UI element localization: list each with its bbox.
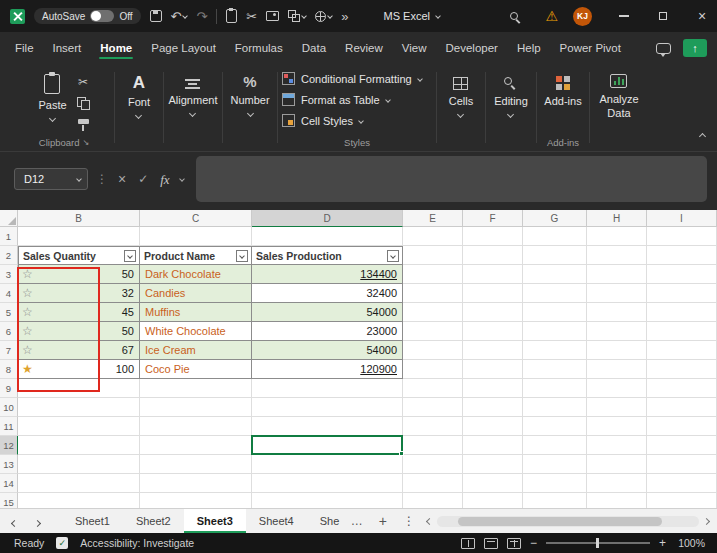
cell[interactable] bbox=[463, 455, 523, 474]
close-button[interactable]: × bbox=[687, 0, 717, 32]
cell[interactable] bbox=[523, 455, 587, 474]
column-header-F[interactable]: F bbox=[463, 210, 523, 227]
insert-function-button[interactable]: fx bbox=[158, 173, 171, 186]
cell[interactable] bbox=[647, 265, 717, 284]
cell[interactable] bbox=[403, 493, 463, 508]
row-header[interactable]: 3 bbox=[0, 265, 18, 284]
cell[interactable] bbox=[140, 398, 252, 417]
filter-button[interactable] bbox=[236, 250, 248, 262]
comments-button[interactable] bbox=[656, 43, 671, 54]
cell-product[interactable]: Muffins bbox=[140, 303, 252, 322]
cell[interactable] bbox=[403, 322, 463, 341]
tab-help[interactable]: Help bbox=[516, 34, 542, 62]
column-header-I[interactable]: I bbox=[647, 210, 717, 227]
scroll-tabs-left-button[interactable] bbox=[12, 512, 17, 530]
cell[interactable] bbox=[252, 398, 403, 417]
restore-button[interactable] bbox=[648, 0, 678, 32]
cell[interactable] bbox=[403, 265, 463, 284]
cell-product[interactable]: White Chocolate bbox=[140, 322, 252, 341]
cell[interactable] bbox=[587, 341, 647, 360]
cell-production[interactable]: 120900 bbox=[252, 360, 403, 379]
normal-view-button[interactable] bbox=[461, 538, 475, 549]
cell[interactable] bbox=[523, 265, 587, 284]
cell[interactable] bbox=[403, 455, 463, 474]
sheet-tab-sheet3-active[interactable]: Sheet3 bbox=[184, 509, 246, 533]
cell[interactable] bbox=[252, 227, 403, 246]
cell[interactable] bbox=[403, 227, 463, 246]
cell[interactable] bbox=[647, 398, 717, 417]
cell[interactable] bbox=[140, 455, 252, 474]
addins-button[interactable]: Add-ins bbox=[544, 64, 581, 107]
filter-button[interactable] bbox=[124, 250, 136, 262]
filter-button[interactable] bbox=[387, 250, 399, 262]
cell[interactable] bbox=[587, 246, 647, 265]
minimize-button[interactable] bbox=[609, 0, 639, 32]
editing-menu-button[interactable]: Editing bbox=[494, 64, 528, 117]
windows-qat-button[interactable] bbox=[288, 10, 306, 22]
cell[interactable] bbox=[587, 417, 647, 436]
cell[interactable] bbox=[463, 474, 523, 493]
row-header[interactable]: 9 bbox=[0, 379, 18, 398]
cell[interactable] bbox=[18, 474, 140, 493]
cut-button[interactable]: ✂ bbox=[78, 76, 88, 88]
cell-product[interactable]: Ice Cream bbox=[140, 341, 252, 360]
more-sheets-button[interactable]: … bbox=[343, 509, 371, 533]
cell[interactable] bbox=[587, 284, 647, 303]
table-header-sales-quantity[interactable]: Sales Quantity bbox=[18, 246, 140, 265]
row-header[interactable]: 13 bbox=[0, 455, 18, 474]
tab-formulas[interactable]: Formulas bbox=[234, 34, 284, 62]
cell[interactable] bbox=[523, 227, 587, 246]
toggle-switch-icon[interactable] bbox=[90, 10, 114, 22]
cell[interactable] bbox=[523, 493, 587, 508]
tab-view[interactable]: View bbox=[401, 34, 428, 62]
row-header[interactable]: 14 bbox=[0, 474, 18, 493]
cell[interactable] bbox=[647, 493, 717, 508]
cell[interactable] bbox=[587, 322, 647, 341]
cell[interactable] bbox=[587, 493, 647, 508]
cell[interactable] bbox=[587, 455, 647, 474]
sheet-tab-sheet2[interactable]: Sheet2 bbox=[123, 509, 184, 533]
cell[interactable] bbox=[587, 265, 647, 284]
cancel-button[interactable]: × bbox=[116, 172, 128, 186]
zoom-slider[interactable] bbox=[546, 542, 650, 544]
zoom-out-button[interactable]: − bbox=[530, 536, 537, 550]
format-painter-button[interactable] bbox=[78, 119, 89, 131]
cell[interactable] bbox=[252, 417, 403, 436]
cell[interactable] bbox=[523, 436, 587, 455]
cell[interactable] bbox=[523, 246, 587, 265]
tab-page-layout[interactable]: Page Layout bbox=[150, 34, 217, 62]
cell[interactable] bbox=[18, 436, 140, 455]
scrollbar-thumb[interactable] bbox=[458, 517, 662, 526]
page-break-view-button[interactable] bbox=[507, 538, 521, 549]
cell[interactable] bbox=[647, 246, 717, 265]
scroll-tabs-right-button[interactable] bbox=[35, 512, 40, 530]
format-as-table-button[interactable]: Format as Table bbox=[282, 93, 390, 106]
tab-home[interactable]: Home bbox=[99, 34, 133, 62]
cell[interactable] bbox=[463, 493, 523, 508]
column-header-D[interactable]: D bbox=[252, 210, 403, 227]
dialog-launcher-icon[interactable]: ↘ bbox=[82, 138, 89, 147]
page-layout-view-button[interactable] bbox=[484, 538, 498, 549]
enter-button[interactable]: ✓ bbox=[136, 173, 150, 185]
cell[interactable] bbox=[403, 246, 463, 265]
cell[interactable] bbox=[18, 455, 140, 474]
cell-product[interactable]: Coco Pie bbox=[140, 360, 252, 379]
row-header[interactable]: 5 bbox=[0, 303, 18, 322]
cell[interactable] bbox=[647, 322, 717, 341]
cell[interactable] bbox=[252, 455, 403, 474]
tab-options-button[interactable]: ⋮ bbox=[395, 509, 423, 533]
cell[interactable] bbox=[403, 284, 463, 303]
row-header[interactable]: 15 bbox=[0, 493, 18, 508]
cell[interactable] bbox=[463, 284, 523, 303]
cell[interactable] bbox=[463, 436, 523, 455]
cell[interactable] bbox=[523, 398, 587, 417]
cell[interactable] bbox=[140, 379, 252, 398]
cell[interactable] bbox=[523, 284, 587, 303]
cells-menu-button[interactable]: Cells bbox=[449, 64, 473, 117]
cell[interactable] bbox=[587, 474, 647, 493]
cell-production[interactable]: 134400 bbox=[252, 265, 403, 284]
accessibility-status[interactable]: Accessibility: Investigate bbox=[80, 537, 194, 549]
sheet-tab-sheet4[interactable]: Sheet4 bbox=[246, 509, 307, 533]
table-header-product-name[interactable]: Product Name bbox=[140, 246, 252, 265]
row-header[interactable]: 8 bbox=[0, 360, 18, 379]
